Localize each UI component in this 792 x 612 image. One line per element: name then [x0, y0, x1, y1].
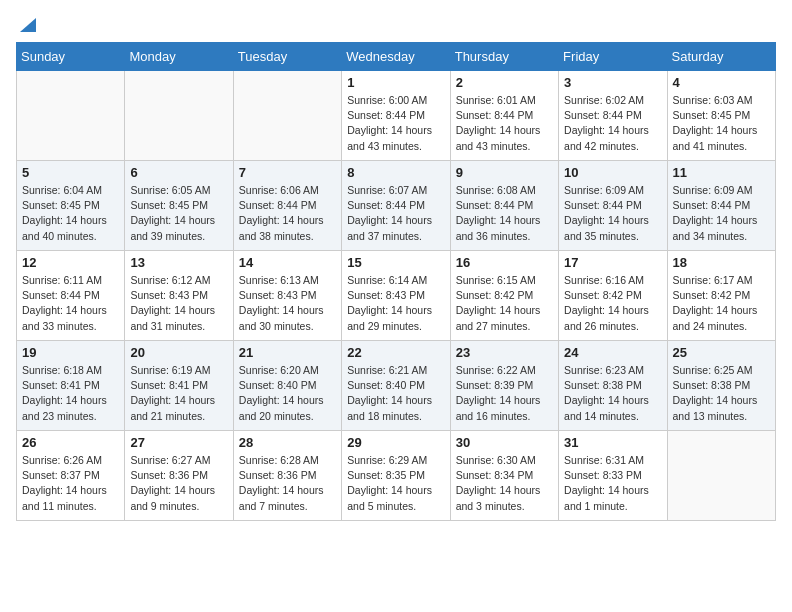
calendar-cell: 14Sunrise: 6:13 AM Sunset: 8:43 PM Dayli… [233, 251, 341, 341]
day-number: 10 [564, 165, 661, 180]
calendar-cell: 20Sunrise: 6:19 AM Sunset: 8:41 PM Dayli… [125, 341, 233, 431]
day-number: 24 [564, 345, 661, 360]
day-number: 26 [22, 435, 119, 450]
day-info: Sunrise: 6:29 AM Sunset: 8:35 PM Dayligh… [347, 453, 444, 514]
day-info: Sunrise: 6:04 AM Sunset: 8:45 PM Dayligh… [22, 183, 119, 244]
day-number: 17 [564, 255, 661, 270]
day-number: 3 [564, 75, 661, 90]
day-number: 6 [130, 165, 227, 180]
day-info: Sunrise: 6:15 AM Sunset: 8:42 PM Dayligh… [456, 273, 553, 334]
day-info: Sunrise: 6:03 AM Sunset: 8:45 PM Dayligh… [673, 93, 770, 154]
logo-triangle-icon [18, 14, 38, 34]
calendar-table: SundayMondayTuesdayWednesdayThursdayFrid… [16, 42, 776, 521]
calendar-cell: 1Sunrise: 6:00 AM Sunset: 8:44 PM Daylig… [342, 71, 450, 161]
calendar-cell: 27Sunrise: 6:27 AM Sunset: 8:36 PM Dayli… [125, 431, 233, 521]
day-number: 8 [347, 165, 444, 180]
calendar-cell: 7Sunrise: 6:06 AM Sunset: 8:44 PM Daylig… [233, 161, 341, 251]
weekday-header-sunday: Sunday [17, 43, 125, 71]
weekday-header-thursday: Thursday [450, 43, 558, 71]
day-info: Sunrise: 6:09 AM Sunset: 8:44 PM Dayligh… [564, 183, 661, 244]
day-info: Sunrise: 6:26 AM Sunset: 8:37 PM Dayligh… [22, 453, 119, 514]
calendar-cell: 31Sunrise: 6:31 AM Sunset: 8:33 PM Dayli… [559, 431, 667, 521]
calendar-cell: 12Sunrise: 6:11 AM Sunset: 8:44 PM Dayli… [17, 251, 125, 341]
day-number: 16 [456, 255, 553, 270]
page-header [16, 16, 776, 30]
calendar-cell [125, 71, 233, 161]
day-info: Sunrise: 6:02 AM Sunset: 8:44 PM Dayligh… [564, 93, 661, 154]
week-row-4: 19Sunrise: 6:18 AM Sunset: 8:41 PM Dayli… [17, 341, 776, 431]
day-number: 4 [673, 75, 770, 90]
day-info: Sunrise: 6:17 AM Sunset: 8:42 PM Dayligh… [673, 273, 770, 334]
day-info: Sunrise: 6:13 AM Sunset: 8:43 PM Dayligh… [239, 273, 336, 334]
day-number: 27 [130, 435, 227, 450]
day-info: Sunrise: 6:16 AM Sunset: 8:42 PM Dayligh… [564, 273, 661, 334]
week-row-2: 5Sunrise: 6:04 AM Sunset: 8:45 PM Daylig… [17, 161, 776, 251]
day-number: 29 [347, 435, 444, 450]
calendar-cell: 2Sunrise: 6:01 AM Sunset: 8:44 PM Daylig… [450, 71, 558, 161]
day-number: 25 [673, 345, 770, 360]
calendar-cell [233, 71, 341, 161]
calendar-cell: 21Sunrise: 6:20 AM Sunset: 8:40 PM Dayli… [233, 341, 341, 431]
calendar-cell: 10Sunrise: 6:09 AM Sunset: 8:44 PM Dayli… [559, 161, 667, 251]
day-number: 11 [673, 165, 770, 180]
calendar-cell: 26Sunrise: 6:26 AM Sunset: 8:37 PM Dayli… [17, 431, 125, 521]
week-row-1: 1Sunrise: 6:00 AM Sunset: 8:44 PM Daylig… [17, 71, 776, 161]
day-info: Sunrise: 6:14 AM Sunset: 8:43 PM Dayligh… [347, 273, 444, 334]
day-number: 31 [564, 435, 661, 450]
calendar-cell: 13Sunrise: 6:12 AM Sunset: 8:43 PM Dayli… [125, 251, 233, 341]
day-info: Sunrise: 6:19 AM Sunset: 8:41 PM Dayligh… [130, 363, 227, 424]
calendar-cell: 16Sunrise: 6:15 AM Sunset: 8:42 PM Dayli… [450, 251, 558, 341]
calendar-cell: 4Sunrise: 6:03 AM Sunset: 8:45 PM Daylig… [667, 71, 775, 161]
logo [16, 16, 38, 30]
day-number: 2 [456, 75, 553, 90]
calendar-cell [667, 431, 775, 521]
week-row-5: 26Sunrise: 6:26 AM Sunset: 8:37 PM Dayli… [17, 431, 776, 521]
day-info: Sunrise: 6:01 AM Sunset: 8:44 PM Dayligh… [456, 93, 553, 154]
svg-marker-0 [20, 18, 36, 32]
day-number: 7 [239, 165, 336, 180]
weekday-header-monday: Monday [125, 43, 233, 71]
day-info: Sunrise: 6:31 AM Sunset: 8:33 PM Dayligh… [564, 453, 661, 514]
day-number: 14 [239, 255, 336, 270]
calendar-cell: 15Sunrise: 6:14 AM Sunset: 8:43 PM Dayli… [342, 251, 450, 341]
day-info: Sunrise: 6:08 AM Sunset: 8:44 PM Dayligh… [456, 183, 553, 244]
day-info: Sunrise: 6:05 AM Sunset: 8:45 PM Dayligh… [130, 183, 227, 244]
day-number: 30 [456, 435, 553, 450]
calendar-cell: 29Sunrise: 6:29 AM Sunset: 8:35 PM Dayli… [342, 431, 450, 521]
day-number: 5 [22, 165, 119, 180]
calendar-cell: 3Sunrise: 6:02 AM Sunset: 8:44 PM Daylig… [559, 71, 667, 161]
day-info: Sunrise: 6:23 AM Sunset: 8:38 PM Dayligh… [564, 363, 661, 424]
day-number: 1 [347, 75, 444, 90]
day-info: Sunrise: 6:18 AM Sunset: 8:41 PM Dayligh… [22, 363, 119, 424]
calendar-cell: 22Sunrise: 6:21 AM Sunset: 8:40 PM Dayli… [342, 341, 450, 431]
day-number: 18 [673, 255, 770, 270]
day-info: Sunrise: 6:00 AM Sunset: 8:44 PM Dayligh… [347, 93, 444, 154]
day-number: 15 [347, 255, 444, 270]
calendar-cell: 11Sunrise: 6:09 AM Sunset: 8:44 PM Dayli… [667, 161, 775, 251]
day-info: Sunrise: 6:21 AM Sunset: 8:40 PM Dayligh… [347, 363, 444, 424]
day-number: 22 [347, 345, 444, 360]
calendar-cell: 30Sunrise: 6:30 AM Sunset: 8:34 PM Dayli… [450, 431, 558, 521]
day-info: Sunrise: 6:30 AM Sunset: 8:34 PM Dayligh… [456, 453, 553, 514]
calendar-cell: 6Sunrise: 6:05 AM Sunset: 8:45 PM Daylig… [125, 161, 233, 251]
calendar-cell: 28Sunrise: 6:28 AM Sunset: 8:36 PM Dayli… [233, 431, 341, 521]
weekday-header-saturday: Saturday [667, 43, 775, 71]
weekday-header-tuesday: Tuesday [233, 43, 341, 71]
calendar-cell: 23Sunrise: 6:22 AM Sunset: 8:39 PM Dayli… [450, 341, 558, 431]
calendar-cell [17, 71, 125, 161]
day-info: Sunrise: 6:25 AM Sunset: 8:38 PM Dayligh… [673, 363, 770, 424]
calendar-cell: 8Sunrise: 6:07 AM Sunset: 8:44 PM Daylig… [342, 161, 450, 251]
calendar-cell: 18Sunrise: 6:17 AM Sunset: 8:42 PM Dayli… [667, 251, 775, 341]
day-number: 28 [239, 435, 336, 450]
day-info: Sunrise: 6:09 AM Sunset: 8:44 PM Dayligh… [673, 183, 770, 244]
day-number: 9 [456, 165, 553, 180]
calendar-cell: 9Sunrise: 6:08 AM Sunset: 8:44 PM Daylig… [450, 161, 558, 251]
calendar-cell: 17Sunrise: 6:16 AM Sunset: 8:42 PM Dayli… [559, 251, 667, 341]
day-info: Sunrise: 6:07 AM Sunset: 8:44 PM Dayligh… [347, 183, 444, 244]
day-info: Sunrise: 6:28 AM Sunset: 8:36 PM Dayligh… [239, 453, 336, 514]
weekday-header-row: SundayMondayTuesdayWednesdayThursdayFrid… [17, 43, 776, 71]
day-number: 12 [22, 255, 119, 270]
weekday-header-friday: Friday [559, 43, 667, 71]
day-number: 20 [130, 345, 227, 360]
week-row-3: 12Sunrise: 6:11 AM Sunset: 8:44 PM Dayli… [17, 251, 776, 341]
